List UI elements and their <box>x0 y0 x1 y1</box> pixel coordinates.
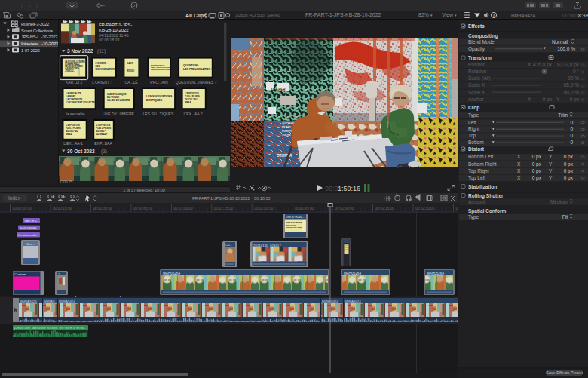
svg-text:Save Effects Preset: Save Effects Preset <box>546 370 583 375</box>
svg-text:BM9A9424: BM9A9424 <box>511 13 536 18</box>
svg-text:KAR...LI 2: KAR...LI 2 <box>66 80 83 85</box>
svg-text:MAH05264: MAH05264 <box>427 272 444 275</box>
svg-text:DU CIEL" AU: DU CIEL" AU <box>66 130 78 133</box>
svg-text:X: X <box>517 161 521 167</box>
svg-text:00:02:30:00: 00:02:30:00 <box>415 207 435 211</box>
svg-text:MOUVEMEAIRERS: MOUVEMEAIRERS <box>96 68 116 71</box>
svg-text:Normal: Normal <box>552 39 568 45</box>
svg-text:Rushes-3-2022: Rushes-3-2022 <box>21 22 49 26</box>
svg-text:0: 0 <box>570 126 573 131</box>
svg-text:2...: 2... <box>58 272 63 276</box>
svg-text:00:06:18:33: 00:06:18:33 <box>99 38 120 42</box>
svg-text:Trim: Trim <box>558 112 568 118</box>
svg-text:Left: Left <box>468 120 476 125</box>
svg-text:0 °: 0 ° <box>573 69 579 74</box>
svg-text:8:38: 8:38 <box>578 13 588 18</box>
svg-text:Right: Right <box>468 126 479 132</box>
svg-text:y2mate.com - Alexander Scriabi: y2mate.com - Alexander Scriabin The Poem… <box>14 326 87 330</box>
svg-text:Position: Position <box>468 62 486 67</box>
svg-text:DU CIEL" AU: DU CIEL" AU <box>185 98 198 101</box>
svg-text:DE L'ETRE HUMAIN: DE L'ETRE HUMAIN <box>151 71 168 73</box>
svg-text:"LES 4 PILIERS: "LES 4 PILIERS <box>185 95 201 98</box>
svg-text:All Clips: All Clips <box>185 13 207 19</box>
svg-text:00:00:45:00: 00:00:45:00 <box>133 207 153 211</box>
svg-text:Index: Index <box>8 195 21 201</box>
svg-text:0: 0 <box>570 140 573 145</box>
svg-text:L'ORIENT :: L'ORIENT : <box>92 80 111 85</box>
svg-text:CA...LÉ: CA...LÉ <box>124 80 138 85</box>
svg-text:X: X <box>528 97 531 102</box>
svg-text:Smart Collections: Smart Collections <box>21 29 53 33</box>
svg-text:L'EX...AA-1: L'EX...AA-1 <box>63 141 83 146</box>
svg-text:MAH05264: MAH05264 <box>344 272 361 275</box>
svg-text:L'EXPOSITION: L'EXPOSITION <box>66 124 80 127</box>
svg-text:BM9A9424: BM9A9424 <box>345 300 361 303</box>
svg-text:06:18:33: 06:18:33 <box>254 196 270 201</box>
svg-text:Bottom: Bottom <box>468 140 484 145</box>
svg-text:i: i <box>493 13 495 17</box>
svg-text:L'EXPOSITION: L'EXPOSITION <box>96 124 110 127</box>
svg-text:la sexualite: la sexualite <box>66 112 85 116</box>
svg-text:Y: Y <box>556 97 560 102</box>
svg-text:-ITE 2022 -: -ITE 2022 - <box>65 69 75 72</box>
svg-text:C0...: C0... <box>225 243 232 247</box>
svg-text:Transform: Transform <box>468 55 492 60</box>
svg-text:FR-PART-1-JPS-KB-28-10-2022: FR-PART-1-JPS-KB-28-10-2022 <box>192 196 250 201</box>
svg-text:EROTIQUES: EROTIQUES <box>146 99 163 102</box>
svg-text:00:01:15:00: 00:01:15:00 <box>214 207 234 211</box>
svg-text:-272,8 px: -272,8 px <box>559 62 580 68</box>
svg-text:00:02:45:00: 00:02:45:00 <box>455 207 458 211</box>
svg-text:QUESTION...INAIRES ?: QUESTION...INAIRES ? <box>176 80 217 85</box>
svg-text:Compositing: Compositing <box>468 33 498 39</box>
svg-text:LES SU...TIQUES: LES SU...TIQUES <box>143 112 174 116</box>
svg-text:00:00:15:00: 00:00:15:00 <box>53 207 72 211</box>
svg-text:MBAA: MBAA <box>66 133 72 136</box>
svg-text:90 %: 90 % <box>568 75 579 81</box>
svg-text:BM9A9...: BM9A9... <box>44 300 57 303</box>
svg-text:Scale Y: Scale Y <box>468 90 485 95</box>
svg-text:Bottom Right: Bottom Right <box>468 161 497 167</box>
svg-text:Bottom Left: Bottom Left <box>468 154 493 159</box>
svg-text:Blend Mode: Blend Mode <box>468 39 495 45</box>
svg-text:0 px: 0 px <box>564 161 574 167</box>
svg-text:LES SUGGESTIONS: LES SUGGESTIONS <box>146 95 173 98</box>
svg-text:Y: Y <box>549 168 553 174</box>
svg-text:00:00:0: 00:00:0 <box>562 13 580 18</box>
svg-text:JPS-NS-I...-30-2022: JPS-NS-I...-30-2022 <box>21 35 57 39</box>
svg-text:PARTIE 1...: PARTIE 1... <box>25 219 39 223</box>
svg-text:PRO...AIN: PRO...AIN <box>150 80 168 85</box>
svg-text:00:02:00:00: 00:02:00:00 <box>335 207 354 211</box>
svg-text:X: X <box>517 175 521 180</box>
svg-text:Spatial Conform: Spatial Conform <box>468 208 506 214</box>
svg-text:100,0 %: 100,0 % <box>557 46 575 51</box>
svg-text:04/11/2022 11:46: 04/11/2022 11:46 <box>99 33 129 38</box>
svg-text:0 px: 0 px <box>570 97 580 103</box>
svg-text:Y: Y <box>549 175 553 180</box>
svg-text:(3): (3) <box>101 149 107 155</box>
svg-text:30 Oct 2022: 30 Oct 2022 <box>67 149 95 154</box>
svg-text:Distort: Distort <box>468 146 485 152</box>
svg-text:X: X <box>517 154 521 159</box>
svg-text:Gre...: Gre... <box>26 242 35 246</box>
svg-text:AU MBAA ?: AU MBAA ? <box>96 133 108 136</box>
svg-text:JEAN-PIERRE...: JEAN-PIERRE... <box>20 226 39 230</box>
svg-text:X: X <box>528 62 531 67</box>
svg-text:Medium: Medium <box>550 199 568 204</box>
svg-text:CAON: CAON <box>127 62 133 65</box>
svg-text:EXP...BAA: EXP...BAA <box>94 141 112 146</box>
svg-text:0 px: 0 px <box>543 97 553 103</box>
svg-text:C0125: C0125 <box>60 180 72 184</box>
svg-text:0 px: 0 px <box>564 154 574 160</box>
svg-text:UN JEU DE LUMIERE: UN JEU DE LUMIERE <box>107 99 130 102</box>
svg-text:L'EX...AA 2: L'EX...AA 2 <box>184 112 203 116</box>
svg-text:MAH05264: MAH05264 <box>163 272 180 275</box>
svg-text:0 px: 0 px <box>532 161 542 167</box>
svg-text:00:01:30:00: 00:01:30:00 <box>254 207 274 211</box>
svg-text:1:59:16: 1:59:16 <box>338 185 360 192</box>
svg-text:0: 0 <box>570 120 573 125</box>
svg-text:UNE DYNAM...: UNE DYNAM... <box>286 215 305 219</box>
svg-text:Scale X: Scale X <box>468 82 485 88</box>
svg-text:BM9A9424: BM9A9424 <box>20 300 37 303</box>
svg-text:Effects: Effects <box>468 23 485 29</box>
svg-text:0 px: 0 px <box>532 168 542 174</box>
